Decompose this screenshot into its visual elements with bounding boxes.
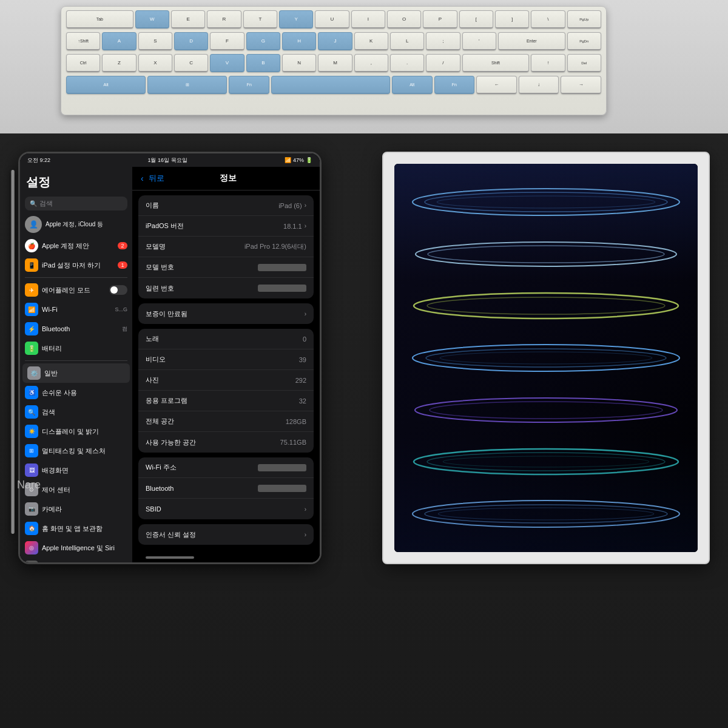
ipad-box [382, 152, 710, 564]
airplane-toggle[interactable] [109, 285, 127, 295]
info-row-serial: 일련 번호 [138, 278, 314, 298]
info-label-serial: 일련 번호 [146, 284, 174, 293]
bluetooth-icon: ⚡ [25, 322, 38, 335]
sidebar-item-airplane[interactable]: ✈ 에어플레인 모드 [20, 280, 132, 300]
sidebar-account-label: Apple 계정, iCloud 등 [46, 220, 127, 229]
apple-pencil [11, 170, 15, 534]
info-label-model-name: 모델명 [146, 242, 166, 251]
sidebar-item-accessibility[interactable]: ♿ 손쉬운 사용 [20, 383, 132, 402]
info-value-name: iPad (6) › [278, 202, 306, 209]
key-slash: / [426, 54, 460, 72]
sidebar-battery-label: 배터리 [42, 344, 127, 353]
ipad-box-artwork [394, 164, 698, 552]
key-c: C [174, 54, 208, 72]
key-i: I [351, 10, 385, 29]
info-value-model-name: iPad Pro 12.9(6세대) [244, 242, 306, 251]
key-e: E [171, 10, 205, 29]
key-v: V [210, 54, 244, 72]
ipad-settings: 오전 9:22 1월 16일 목요일 📶 47% 🔋 설정 🔍 검색 [18, 152, 322, 564]
info-value-photos: 292 [295, 377, 306, 384]
status-time: 오전 9:22 [27, 157, 50, 164]
info-value-videos: 39 [299, 356, 306, 363]
key-enter: Enter [498, 32, 565, 50]
wifi-value: S...G [115, 306, 127, 312]
info-section-warranty: 보증이 만료됨 › [138, 303, 314, 324]
status-date: 1월 16일 목요일 [147, 157, 187, 164]
sidebar-item-bluetooth[interactable]: ⚡ Bluetooth 켬 [20, 319, 132, 339]
key-pgup: PgUp [567, 10, 601, 29]
sidebar-item-wifi[interactable]: 📶 Wi-Fi S...G [20, 300, 132, 319]
settings-detail-panel: ‹ 뒤로 정보 이름 iPad (6) › iPadOS 버전 18.1.1 › [132, 153, 320, 562]
info-label-wifi-addr: Wi-Fi 주소 [146, 463, 177, 472]
multitask-icon: ⊞ [25, 444, 38, 457]
setup-badge: 1 [118, 261, 127, 269]
sidebar-item-siri[interactable]: ◎ Apple Intelligence 및 Siri [20, 538, 132, 558]
key-quote: ' [462, 32, 496, 50]
key-k: K [354, 32, 388, 50]
info-row-bt-addr: Bluetooth [138, 478, 314, 499]
key-f: F [210, 32, 244, 50]
key-semicolon: ; [426, 32, 460, 50]
sidebar-item-home[interactable]: 🏠 홈 화면 및 앱 보관함 [20, 519, 132, 538]
key-tab: Tab [66, 10, 133, 29]
key-g: G [246, 32, 280, 50]
info-value-bt-addr [258, 485, 306, 492]
key-backslash: \ [531, 10, 565, 29]
sidebar-item-suggestion[interactable]: 🍎 Apple 계정 제안 2 [20, 236, 132, 255]
sidebar-item-pencil[interactable]: ✏️ Apple Pencil [20, 558, 132, 562]
info-row-sbid[interactable]: SBID › [138, 499, 314, 519]
key-ctrl: Ctrl [66, 54, 100, 72]
search-settings-icon: 🔍 [25, 405, 38, 419]
key-period: . [390, 54, 424, 72]
account-avatar: 👤 [25, 216, 42, 233]
wallpaper-icon: 🖼 [25, 463, 38, 477]
sidebar-item-multitask[interactable]: ⊞ 멀티태스킹 및 제스처 [20, 441, 132, 460]
sidebar-setup-label: iPad 설정 마저 하기 [42, 261, 114, 270]
chevron-icon: › [305, 202, 306, 209]
camera-icon: 📷 [25, 502, 38, 516]
key-fn: Fn [229, 76, 269, 94]
bluetooth-value: 켬 [122, 325, 127, 333]
ipad-settings-screen: 오전 9:22 1월 16일 목요일 📶 47% 🔋 설정 🔍 검색 [20, 153, 320, 562]
key-m: M [318, 54, 352, 72]
sidebar-item-camera[interactable]: 📷 카메라 [20, 499, 132, 519]
info-row-name: 이름 iPad (6) › [138, 195, 314, 216]
back-label[interactable]: 뒤로 [149, 173, 164, 184]
sidebar-item-wallpaper[interactable]: 🖼 배경화면 [20, 460, 132, 480]
keyboard: Tab W E R T Y U I O P [ ] \ PgUp [61, 6, 607, 115]
wifi-icon: 📶 [285, 157, 291, 163]
sidebar-item-battery[interactable]: 🔋 배터리 [20, 339, 132, 358]
battery-level: 47% [293, 157, 304, 163]
info-value-model-num [258, 264, 306, 271]
key-bracket-l: [ [459, 10, 493, 29]
status-right: 📶 47% 🔋 [285, 157, 312, 163]
sidebar-item-search[interactable]: 🔍 검색 [20, 402, 132, 422]
key-alt-r: Alt [392, 76, 433, 94]
info-row-total: 전체 공간 128GB [138, 411, 314, 432]
settings-title: 설정 [20, 167, 132, 194]
info-row-model-name: 모델명 iPad Pro 12.9(6세대) [138, 237, 314, 257]
key-win: ⊞ [147, 76, 227, 94]
sidebar-item-display[interactable]: ☀️ 디스플레이 및 밝기 [20, 422, 132, 441]
search-icon: 🔍 [30, 200, 37, 207]
sidebar-suggestion-label: Apple 계정 제안 [42, 241, 114, 251]
siri-icon: ◎ [25, 541, 38, 554]
sidebar-accessibility-label: 손쉬운 사용 [42, 388, 127, 397]
info-row-warranty[interactable]: 보증이 만료됨 › [138, 303, 314, 324]
sidebar-item-general[interactable]: ⚙️ 일반 [22, 363, 130, 383]
info-label-warranty: 보증이 만료됨 [146, 309, 187, 318]
settings-sidebar: 설정 🔍 검색 👤 Apple 계정, iCloud 등 🍎 [20, 153, 132, 562]
sidebar-item-account[interactable]: 👤 Apple 계정, iCloud 등 [20, 213, 132, 236]
key-j: J [318, 32, 352, 50]
search-bar[interactable]: 🔍 검색 [25, 197, 127, 211]
info-row-videos: 비디오 39 [138, 349, 314, 370]
info-label-sbid: SBID [146, 505, 161, 513]
sidebar-item-setup[interactable]: 📱 iPad 설정 마저 하기 1 [20, 255, 132, 275]
nare-watermark: Nare [17, 479, 41, 491]
info-value-ios: 18.1.1 › [283, 223, 306, 230]
info-row-apps: 응용 프로그램 32 [138, 391, 314, 411]
key-n: N [282, 54, 316, 72]
key-del: Del [567, 54, 601, 72]
wifi-settings-icon: 📶 [25, 303, 38, 316]
info-row-cert[interactable]: 인증서 신뢰 설정 › [138, 524, 314, 545]
